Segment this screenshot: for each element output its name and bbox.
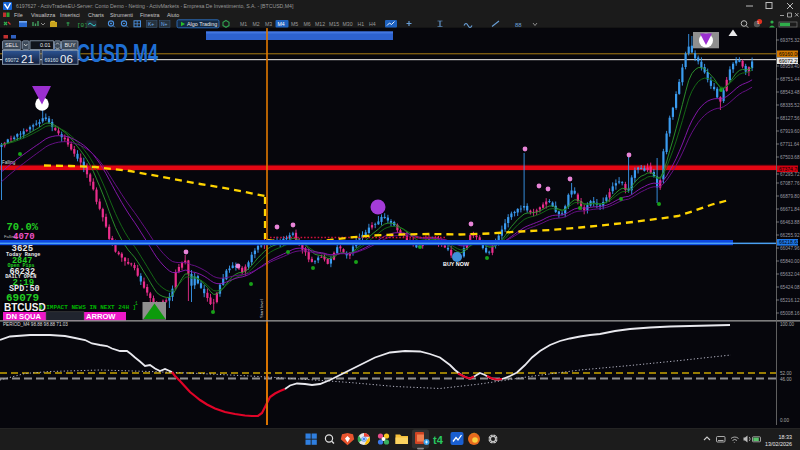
svg-text:68127.56: 68127.56 — [780, 116, 800, 121]
svg-text:70.0%: 70.0% — [7, 221, 39, 233]
svg-text:Visualizza: Visualizza — [31, 12, 55, 18]
svg-text:69160: 69160 — [45, 57, 59, 63]
svg-text:69072.21: 69072.21 — [779, 58, 800, 64]
svg-text:67295.72: 67295.72 — [780, 172, 800, 177]
svg-text:0.01: 0.01 — [40, 42, 51, 48]
svg-text:M12: M12 — [315, 21, 325, 27]
svg-text:BUY NOW: BUY NOW — [443, 261, 470, 267]
svg-text:Finestra: Finestra — [140, 12, 159, 18]
svg-text:0.00: 0.00 — [780, 418, 789, 423]
svg-text:M1: M1 — [240, 21, 247, 27]
svg-text:H IMPACT NEWS IN NEXT 24H ]: H IMPACT NEWS IN NEXT 24H ] — [39, 304, 136, 311]
svg-text:M15: M15 — [329, 21, 339, 27]
svg-text:6197627 - ActivTradesEU-Server: 6197627 - ActivTradesEU-Server: Conto De… — [16, 3, 294, 9]
svg-text:DN SQUA: DN SQUA — [6, 312, 42, 321]
svg-text:67711.64: 67711.64 — [780, 142, 800, 147]
svg-text:Start level: Start level — [259, 299, 264, 318]
svg-text:69375.32: 69375.32 — [780, 38, 800, 43]
svg-text:M2: M2 — [253, 21, 260, 27]
svg-text:M4: M4 — [278, 21, 285, 27]
svg-text:SELL: SELL — [5, 42, 18, 48]
svg-text:H4: H4 — [369, 21, 376, 27]
svg-text:67374.76: 67374.76 — [779, 166, 800, 172]
svg-text:Algo Trading: Algo Trading — [187, 21, 217, 27]
svg-text:Strumenti: Strumenti — [110, 12, 133, 18]
svg-text:68543.48: 68543.48 — [780, 90, 800, 95]
svg-text:[0]: [0] — [77, 22, 88, 29]
svg-text:Charts: Charts — [88, 12, 104, 18]
svg-text:PERIOD_M4 98.88 98.88 71.03: PERIOD_M4 98.88 98.88 71.03 — [3, 322, 68, 327]
svg-text:Inserisci: Inserisci — [60, 12, 80, 18]
svg-text:67503.68: 67503.68 — [780, 155, 800, 160]
svg-text:66047.96: 66047.96 — [780, 246, 800, 251]
svg-text:68751.44: 68751.44 — [780, 77, 800, 82]
svg-text:66255.92: 66255.92 — [780, 233, 800, 238]
svg-text:69072: 69072 — [5, 57, 19, 63]
svg-text:67087.76: 67087.76 — [780, 181, 800, 186]
svg-text:ARROW: ARROW — [86, 312, 116, 321]
svg-text:BUY: BUY — [65, 42, 76, 48]
svg-text:69160.06: 69160.06 — [779, 51, 800, 57]
svg-text:67919.60: 67919.60 — [780, 129, 800, 134]
svg-text:21: 21 — [21, 53, 34, 65]
svg-text:Aiuto: Aiuto — [167, 12, 179, 18]
svg-text:65424.08: 65424.08 — [780, 285, 800, 290]
svg-text:M3: M3 — [265, 21, 272, 27]
svg-text:K+: K+ — [148, 21, 154, 27]
svg-text:N+: N+ — [161, 21, 168, 27]
svg-text:t4: t4 — [433, 434, 444, 446]
svg-text:Falling: Falling — [2, 160, 16, 165]
svg-text:65008.16: 65008.16 — [780, 311, 800, 316]
svg-text:M30: M30 — [343, 21, 353, 27]
svg-text:88: 88 — [515, 22, 522, 28]
svg-text:66671.84: 66671.84 — [780, 207, 800, 212]
svg-text:File: File — [14, 12, 23, 18]
svg-text:68335.52: 68335.52 — [780, 103, 800, 108]
svg-text:52.00: 52.00 — [780, 371, 792, 376]
svg-text:100.00: 100.00 — [780, 322, 794, 327]
svg-text:68959.40: 68959.40 — [780, 64, 800, 69]
svg-text:M5: M5 — [291, 21, 298, 27]
svg-text:66463.88: 66463.88 — [780, 220, 800, 225]
svg-text:66879.80: 66879.80 — [780, 194, 800, 199]
svg-text:M6: M6 — [304, 21, 311, 27]
svg-text:46.00: 46.00 — [780, 377, 792, 382]
svg-text:H1: H1 — [358, 21, 365, 27]
svg-text:65632.04: 65632.04 — [780, 272, 800, 277]
svg-text:18:33: 18:33 — [779, 434, 793, 440]
svg-text:65840.00: 65840.00 — [780, 259, 800, 264]
svg-text:06: 06 — [60, 53, 73, 65]
svg-text:13/02/2026: 13/02/2026 — [765, 441, 792, 447]
svg-text:65216.12: 65216.12 — [780, 298, 800, 303]
svg-text:66218.63: 66218.63 — [779, 239, 800, 245]
